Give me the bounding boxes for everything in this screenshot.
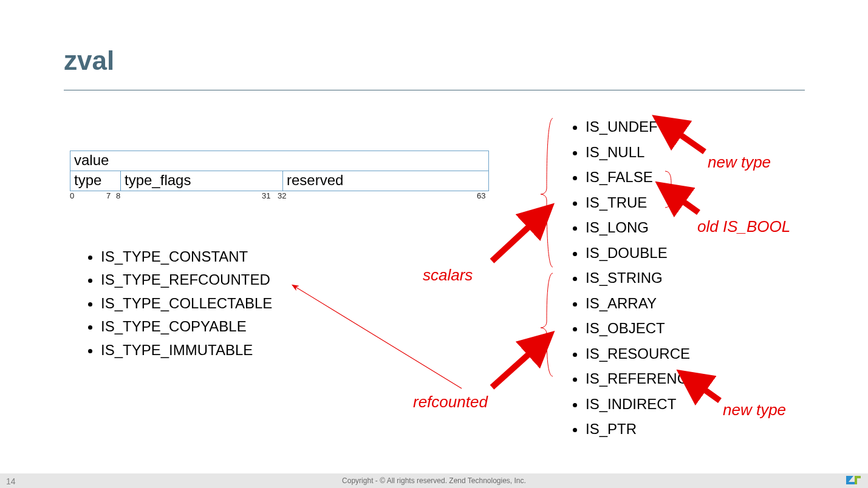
field-value: value <box>70 151 489 171</box>
list-item: IS_TRUE <box>586 190 697 215</box>
list-item: IS_PTR <box>586 416 697 442</box>
field-type: type <box>70 171 121 191</box>
zval-struct-table: value type type_flags reserved <box>70 151 489 191</box>
bit-7: 7 <box>106 191 111 200</box>
type-flags-list: IS_TYPE_CONSTANT IS_TYPE_REFCOUNTED IS_T… <box>79 245 272 362</box>
list-item: IS_LONG <box>586 215 697 240</box>
copyright-text: Copyright - © All rights reserved. Zend … <box>342 476 526 485</box>
list-item: IS_FALSE <box>586 164 697 190</box>
svg-line-1 <box>492 349 535 387</box>
list-item: IS_TYPE_CONSTANT <box>101 245 272 268</box>
svg-line-0 <box>492 222 535 261</box>
bit-31: 31 <box>262 191 270 200</box>
list-item: IS_STRING <box>586 265 697 291</box>
annotation-new-type-top: new type <box>708 153 771 172</box>
zend-logo-icon <box>845 475 862 487</box>
list-item: IS_UNDEF <box>586 114 697 140</box>
annotation-refcounted: refcounted <box>413 393 488 412</box>
bit-32: 32 <box>278 191 286 200</box>
list-item: IS_TYPE_IMMUTABLE <box>101 339 272 362</box>
list-item: IS_RESOURCE <box>586 341 697 367</box>
footer-bar: Copyright - © All rights reserved. Zend … <box>0 473 868 488</box>
types-list: IS_UNDEF IS_NULL IS_FALSE IS_TRUE IS_LON… <box>564 114 697 442</box>
annotation-new-type-bottom: new type <box>723 401 786 419</box>
field-reserved: reserved <box>283 171 489 191</box>
list-item: IS_INDIRECT <box>586 391 697 417</box>
annotation-scalars: scalars <box>423 266 473 285</box>
list-item: IS_NULL <box>586 140 697 165</box>
list-item: IS_TYPE_COLLECTABLE <box>101 292 272 315</box>
list-item: IS_TYPE_COPYABLE <box>101 315 272 338</box>
page-title: zval <box>64 46 114 76</box>
title-divider <box>64 90 805 90</box>
list-item: IS_TYPE_REFCOUNTED <box>101 268 272 291</box>
list-item: IS_DOUBLE <box>586 240 697 266</box>
page-number: 14 <box>6 476 16 486</box>
list-item: IS_ARRAY <box>586 291 697 316</box>
svg-line-5 <box>293 285 462 388</box>
field-type-flags: type_flags <box>121 171 283 191</box>
list-item: IS_OBJECT <box>586 316 697 341</box>
annotation-old-is-bool: old IS_BOOL <box>697 217 790 236</box>
bit-63: 63 <box>477 191 485 200</box>
list-item: IS_REFERENCE <box>586 366 697 391</box>
bit-0: 0 <box>70 191 74 200</box>
bit-8: 8 <box>116 191 120 200</box>
svg-line-4 <box>699 385 720 401</box>
